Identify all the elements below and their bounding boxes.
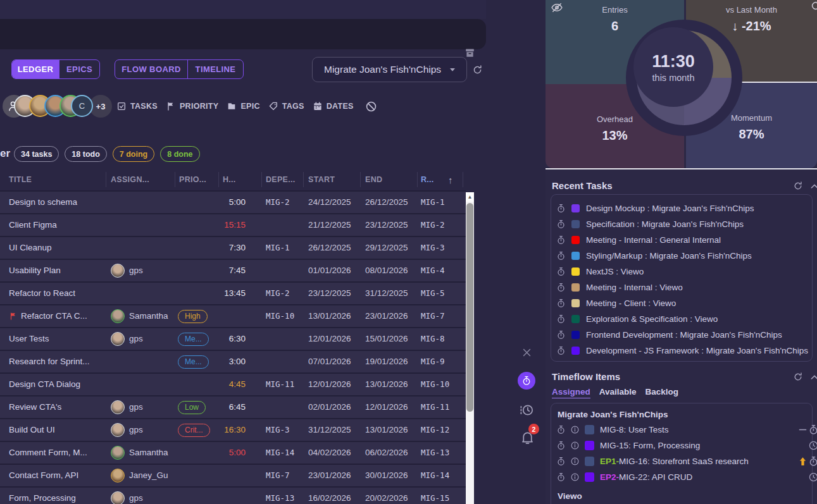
- filter-tags[interactable]: TAGS: [268, 101, 304, 111]
- close-icon[interactable]: [521, 347, 532, 358]
- stopwatch-icon[interactable]: [808, 456, 817, 467]
- avatar: [111, 400, 125, 414]
- stopwatch-icon[interactable]: [556, 441, 566, 450]
- ref-cell: MIG-4: [421, 260, 459, 281]
- table-row[interactable]: User Tests gps Me... 6:30 12/01/2026 15/…: [0, 328, 466, 351]
- tracker-panel: Entries 6 vs Last Month ↓ -21% Overhead …: [546, 0, 817, 504]
- recent-task-label: Development - JS Framework : Migrate Joa…: [586, 346, 808, 355]
- table-row[interactable]: UI Cleanup 7:30 MIG-1 26/12/2025 29/12/2…: [0, 237, 466, 260]
- tab-epics[interactable]: EPICS: [59, 60, 99, 78]
- avatar[interactable]: C: [71, 95, 93, 117]
- recent-task-item[interactable]: Exploration & Specification : Viewo: [551, 311, 812, 327]
- column-header[interactable]: DEPE...: [266, 169, 296, 190]
- minus-icon[interactable]: [797, 424, 808, 435]
- timeflow-tab-assigned[interactable]: Assigned: [552, 387, 590, 398]
- timeflow-tab-available[interactable]: Available: [599, 387, 637, 398]
- table-row[interactable]: Form, Processing gps MIG-13 16/02/2026 2…: [0, 488, 466, 504]
- task-color-swatch: [571, 315, 580, 323]
- project-dropdown[interactable]: Migrate Joan's Fish'nChips: [312, 57, 467, 82]
- table-row[interactable]: Comment Form, M... Samantha 5:00 MIG-14 …: [0, 442, 466, 465]
- archive-icon[interactable]: [464, 47, 476, 59]
- refresh-icon[interactable]: [793, 181, 803, 191]
- tab-timeline[interactable]: TIMELINE: [187, 60, 243, 78]
- recent-task-item[interactable]: Design Mockup : Migrate Joan's Fish'nChi…: [551, 200, 812, 216]
- stopwatch-icon[interactable]: [556, 457, 566, 466]
- info-icon[interactable]: [570, 472, 580, 482]
- recent-task-item[interactable]: Meeting - Internal : Viewo: [551, 280, 812, 295]
- refresh-icon[interactable]: [810, 0, 817, 11]
- arrow-up-icon[interactable]: [797, 456, 808, 467]
- table-row[interactable]: Review CTA's gps Low 6:45 02/01/2026 12/…: [0, 396, 466, 419]
- column-header[interactable]: END: [365, 169, 382, 190]
- recent-task-item[interactable]: Styling/Markup : Migrate Joan's Fish'nCh…: [551, 248, 812, 264]
- table-row[interactable]: Client Figma 15:15 21/12/2025 23/12/2025…: [0, 214, 466, 237]
- column-header[interactable]: H...: [223, 169, 236, 190]
- column-header[interactable]: R...: [421, 169, 434, 190]
- column-divider: [463, 172, 463, 187]
- scrollbar-thumb[interactable]: [466, 203, 473, 412]
- timeflow-item[interactable]: EP2-MIG-22: API CRUD: [551, 469, 812, 485]
- stopwatch-icon[interactable]: [808, 424, 817, 435]
- table-row[interactable]: Usability Plan gps 7:45 01/01/2026 08/01…: [0, 260, 466, 283]
- table-row[interactable]: Research for Sprint... Me... 3:00 07/01/…: [0, 351, 466, 374]
- recent-task-item[interactable]: Meeting - Internal : General Internal: [551, 232, 812, 248]
- timeflow-group-title: Viewo: [558, 491, 812, 501]
- timeflow-item[interactable]: MIG-8: User Tests: [551, 422, 812, 438]
- hours-cell: 6:45: [209, 396, 246, 418]
- history-clock-icon[interactable]: [520, 403, 534, 417]
- recent-task-item[interactable]: Development - JS Framework : Migrate Joa…: [551, 343, 812, 359]
- recent-task-item[interactable]: Specification : Migrate Joan's Fish'nChi…: [551, 216, 812, 232]
- chevron-up-icon[interactable]: [809, 181, 817, 192]
- table-row[interactable]: Build Out UI gps Crit... 16:30 MIG-3 31/…: [0, 419, 466, 442]
- column-header[interactable]: PRIO...: [179, 169, 206, 190]
- column-header[interactable]: START: [308, 169, 335, 190]
- column-header[interactable]: ASSIGN...: [111, 169, 149, 190]
- table-row[interactable]: Refactor to React 13:45 MIG-2 23/12/2025…: [0, 283, 466, 305]
- filter-priority[interactable]: PRIORITY: [166, 101, 218, 111]
- clock-icon[interactable]: [808, 472, 817, 482]
- chevron-up-icon[interactable]: [809, 372, 817, 383]
- column-header[interactable]: TITLE: [9, 169, 32, 190]
- scrollbar-up-button[interactable]: ▲: [466, 192, 474, 202]
- hours-cell: 16:30: [209, 419, 246, 441]
- summary-badge: 18 todo: [65, 146, 106, 162]
- recent-task-item[interactable]: NextJS : Viewo: [551, 264, 812, 280]
- flag-icon: [166, 101, 176, 111]
- tab-ledger[interactable]: LEDGER: [12, 60, 59, 78]
- timeflow-item-label: MIG-22: API CRUD: [619, 472, 692, 482]
- priority-badge: Me...: [178, 333, 209, 346]
- column-divider: [106, 172, 106, 187]
- filter-tasks[interactable]: TASKS: [116, 101, 158, 111]
- depends-cell: MIG-1: [266, 237, 304, 259]
- timeflow-item[interactable]: EP1-MIG-16: Storefront SaaS research: [551, 453, 812, 469]
- ban-icon[interactable]: [365, 101, 377, 113]
- table-scrollbar[interactable]: ▲: [466, 192, 474, 504]
- recent-task-item[interactable]: Meeting - Client : Viewo: [551, 295, 812, 311]
- clock-icon[interactable]: [808, 440, 817, 451]
- info-icon[interactable]: [570, 457, 580, 466]
- recent-task-item[interactable]: Frontend Development : Migrate Joan's Fi…: [551, 327, 812, 343]
- avatar: [111, 446, 125, 460]
- table-row[interactable]: Refactor CTA C... Samantha High MIG-10 1…: [0, 305, 466, 328]
- timeflow-tab-backlog[interactable]: Backlog: [645, 387, 679, 398]
- info-icon[interactable]: [570, 441, 580, 450]
- notifications-button[interactable]: 2: [520, 428, 535, 445]
- refresh-icon[interactable]: [793, 372, 803, 382]
- refresh-icon[interactable]: [472, 65, 483, 75]
- eye-off-icon[interactable]: [551, 1, 563, 14]
- table-row[interactable]: Contact Form, API Janey_Gu MIG-7 23/01/2…: [0, 465, 466, 488]
- depends-cell: MIG-10: [266, 305, 304, 327]
- table-row[interactable]: Design CTA Dialog 4:45 MIG-11 12/01/2026…: [0, 374, 466, 396]
- timeflow-item[interactable]: MIG-15: Form, Processing: [551, 438, 812, 453]
- filter-dates[interactable]: DATES: [313, 101, 354, 111]
- stopwatch-icon[interactable]: [556, 425, 566, 434]
- priority-badge: Me...: [178, 355, 209, 369]
- view-toggle: LEDGER EPICS: [11, 59, 100, 79]
- sort-ascending-icon[interactable]: ↑: [448, 169, 453, 190]
- info-icon[interactable]: [570, 425, 580, 434]
- filter-epic[interactable]: EPIC: [227, 101, 259, 111]
- table-row[interactable]: Design to schema 5:00 MIG-2 24/12/2025 2…: [0, 192, 466, 214]
- timer-button[interactable]: [518, 372, 535, 390]
- stopwatch-icon[interactable]: [556, 472, 566, 482]
- tab-flow-board[interactable]: FLOW BOARD: [115, 60, 187, 78]
